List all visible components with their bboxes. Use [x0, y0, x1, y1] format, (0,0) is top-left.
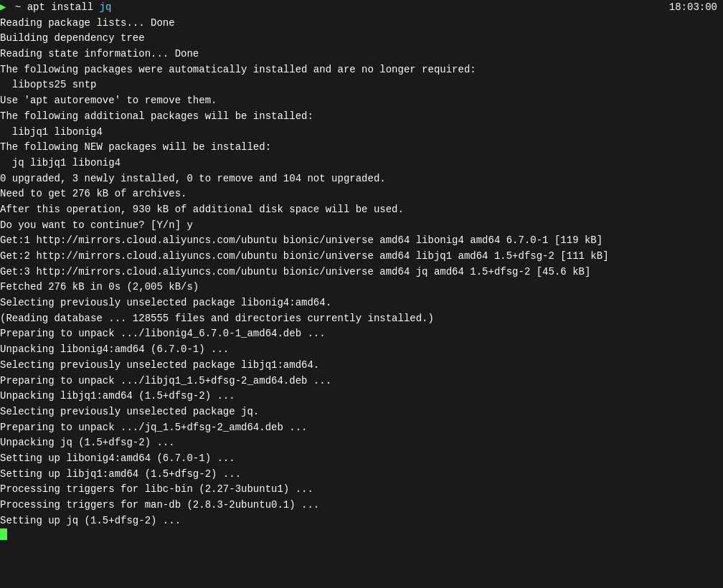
terminal-line: After this operation, 930 kB of addition…: [0, 202, 723, 218]
terminal-line: Setting up libjq1:amd64 (1.5+dfsg-2) ...: [0, 467, 723, 483]
prompt-highlight: jq: [99, 0, 111, 16]
prompt-icon: ▶: [0, 0, 6, 16]
terminal-line: Preparing to unpack .../libonig4_6.7.0-1…: [0, 326, 723, 342]
timestamp: 18:03:00: [669, 0, 717, 16]
terminal-line: Do you want to continue? [Y/n] y: [0, 218, 723, 234]
cursor-block: [0, 528, 7, 540]
terminal-line: Selecting previously unselected package …: [0, 358, 723, 374]
terminal-line: The following NEW packages will be insta…: [0, 140, 723, 156]
terminal-line: The following packages were automaticall…: [0, 62, 723, 78]
prompt-tilde: ~: [9, 0, 27, 16]
terminal-line: (Reading database ... 128555 files and d…: [0, 311, 723, 327]
terminal-line: Fetched 276 kB in 0s (2,005 kB/s): [0, 280, 723, 295]
terminal-output: Reading package lists... DoneBuilding de…: [0, 16, 723, 529]
terminal-line: Unpacking libonig4:amd64 (6.7.0-1) ...: [0, 342, 723, 358]
terminal-line: Need to get 276 kB of archives.: [0, 186, 723, 202]
terminal-line: libjq1 libonig4: [0, 125, 723, 141]
terminal-line: 0 upgraded, 3 newly installed, 0 to remo…: [0, 171, 723, 187]
terminal-line: Reading package lists... Done: [0, 16, 723, 32]
terminal-line: Processing triggers for libc-bin (2.27-3…: [0, 482, 723, 498]
terminal-line: jq libjq1 libonig4: [0, 156, 723, 171]
terminal-line: Unpacking libjq1:amd64 (1.5+dfsg-2) ...: [0, 389, 723, 404]
terminal-line: Use 'apt autoremove' to remove them.: [0, 93, 723, 109]
terminal-window: 18:03:00 ▶ ~ apt install jq Reading pack…: [0, 0, 723, 588]
prompt-cmd: apt install: [27, 0, 100, 16]
cursor-line: [0, 528, 723, 540]
terminal-line: Unpacking jq (1.5+dfsg-2) ...: [0, 435, 723, 451]
terminal-line: Building dependency tree: [0, 31, 723, 47]
terminal-line: Reading state information... Done: [0, 47, 723, 62]
terminal-line: The following additional packages will b…: [0, 109, 723, 125]
terminal-line: Setting up libonig4:amd64 (6.7.0-1) ...: [0, 451, 723, 467]
terminal-line: Get:3 http://mirrors.cloud.aliyuncs.com/…: [0, 265, 723, 280]
terminal-line: Get:1 http://mirrors.cloud.aliyuncs.com/…: [0, 233, 723, 249]
prompt-line: ▶ ~ apt install jq: [0, 0, 723, 16]
terminal-line: libopts25 sntp: [0, 77, 723, 93]
terminal-line: Get:2 http://mirrors.cloud.aliyuncs.com/…: [0, 249, 723, 265]
terminal-line: Setting up jq (1.5+dfsg-2) ...: [0, 513, 723, 529]
terminal-line: Processing triggers for man-db (2.8.3-2u…: [0, 498, 723, 513]
terminal-line: Preparing to unpack .../jq_1.5+dfsg-2_am…: [0, 420, 723, 436]
terminal-line: Selecting previously unselected package …: [0, 295, 723, 311]
terminal-line: Selecting previously unselected package …: [0, 404, 723, 420]
terminal-line: Preparing to unpack .../libjq1_1.5+dfsg-…: [0, 374, 723, 389]
